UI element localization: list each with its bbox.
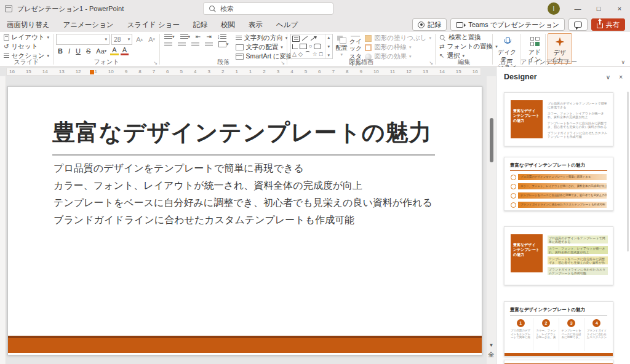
tab-review[interactable]: 校閲 xyxy=(214,17,242,32)
shape-outline-button[interactable]: 図形の枠線▾ xyxy=(363,43,433,52)
strikethrough-button[interactable]: S xyxy=(84,47,92,55)
arc-shape-icon[interactable] xyxy=(305,51,311,57)
arrow-shape-icon[interactable] xyxy=(311,36,316,41)
maximize-button[interactable]: □ xyxy=(588,0,609,17)
rectangle-shape-icon[interactable] xyxy=(300,44,307,49)
gallery-up-icon[interactable]: ▴ xyxy=(328,35,330,40)
underline-button[interactable]: U xyxy=(74,47,82,55)
tab-record[interactable]: 記録 xyxy=(186,17,214,32)
highlight-color-button[interactable]: A xyxy=(110,46,118,55)
bullets-button[interactable]: ▾ xyxy=(162,34,177,40)
numbering-button[interactable]: ▾ xyxy=(178,34,193,40)
panel-close-icon[interactable]: × xyxy=(619,74,623,81)
triangle-shape-icon[interactable]: △ xyxy=(292,52,297,57)
thumb-badge-icon xyxy=(511,193,516,199)
design-suggestion-5[interactable] xyxy=(504,360,613,364)
font-size-combo[interactable]: 28▾ xyxy=(111,34,132,45)
slide[interactable]: 豊富なデザインテンプレートの魅力 プロ品質のデザインをテンプレートで簡単に再現で… xyxy=(7,86,482,355)
body-line: プロ品質のデザインをテンプレートで簡単に再現できる xyxy=(54,163,463,173)
arrange-button[interactable]: 配置 ▾ xyxy=(335,33,348,58)
font-name-combo[interactable]: ▾ xyxy=(56,34,110,45)
caret-icon: ▾ xyxy=(188,34,191,39)
close-button[interactable]: × xyxy=(609,0,630,17)
decrease-indent-button[interactable]: ⇤ xyxy=(194,34,202,40)
collapse-ribbon-button[interactable]: ∨ xyxy=(621,59,625,65)
slide-title[interactable]: 豊富なデザインテンプレートの魅力 xyxy=(52,117,433,148)
tab-slideshow[interactable]: スライド ショー xyxy=(121,17,186,32)
italic-button[interactable]: I xyxy=(66,47,72,55)
scroll-down-button[interactable]: ▼ xyxy=(487,342,496,348)
design-suggestion-2[interactable]: 豊富なデザインテンプレートの魅力 プロ品質のデザインをテンプレートで簡単に再現で… xyxy=(504,157,613,211)
justify-icon xyxy=(205,42,213,47)
titlebar-right: I — □ × xyxy=(548,0,630,17)
body-line: ブランドガイドラインに合わせたカスタムテンプレートも作成可能 xyxy=(54,215,463,225)
diamond-shape-icon[interactable]: ◇ xyxy=(298,52,303,57)
tab-transitions[interactable]: 画面切り替え xyxy=(0,17,57,32)
textbox-shape-icon[interactable] xyxy=(292,36,300,42)
elbow-connector-icon[interactable] xyxy=(292,44,298,49)
panel-collapse-icon[interactable]: ∨ xyxy=(606,74,610,81)
tab-view[interactable]: 表示 xyxy=(242,17,269,32)
find-replace-button[interactable]: 検索と置換 xyxy=(437,33,490,42)
shape-fill-button[interactable]: 図形の塗りつぶし▾ xyxy=(363,34,433,42)
horizontal-ruler[interactable]: 1615141312111098765432112345678910111213… xyxy=(6,68,481,76)
star-shape-icon[interactable]: ☆ xyxy=(313,52,317,57)
ribbon-tab-row: 画面切り替え アニメーション スライド ショー 記録 校閲 表示 ヘルプ 記録 … xyxy=(0,17,630,32)
shape-gallery[interactable]: ○ △ ◇ ☆ □ ▴ ▾ ▾ xyxy=(290,34,333,59)
share-button[interactable]: 共有 xyxy=(591,18,625,31)
shape-grid: ○ △ ◇ ☆ □ xyxy=(291,34,325,58)
paragraph-dialog-launcher[interactable]: ↘ xyxy=(281,60,285,66)
body-line: カラー、フォント、レイアウトが統一され、資料全体の完成度が向上 xyxy=(54,180,463,191)
vertical-scrollbar[interactable]: ▼ 全 xyxy=(487,76,496,364)
align-center-button[interactable] xyxy=(176,42,188,47)
arrange-icon xyxy=(337,36,346,43)
panel-scrollbar-thumb[interactable] xyxy=(627,92,629,251)
increase-indent-button[interactable]: ⇥ xyxy=(204,34,213,40)
align-left-button[interactable] xyxy=(162,42,174,47)
design-suggestion-1[interactable]: 豊富なデザイ ンテンプレート の魅力 プロ品質のデザインをテンプレートで簡単に再… xyxy=(504,92,613,146)
tab-animations[interactable]: アニメーション xyxy=(57,17,121,32)
replace-fonts-button[interactable]: ⇄フォントの置換▾ xyxy=(437,42,490,51)
ruler-number: 16 xyxy=(9,69,15,74)
present-in-teams-button[interactable]: Teams でプレゼンテーション xyxy=(450,18,565,31)
font-color-button[interactable]: A xyxy=(121,46,129,55)
justify-button[interactable] xyxy=(203,42,215,47)
align-right-button[interactable] xyxy=(189,42,201,47)
shape-gallery-scroll[interactable]: ▴ ▾ ▾ xyxy=(325,34,332,58)
change-case-button[interactable]: Aa▾ xyxy=(94,47,108,55)
font-dialog-launcher[interactable]: ↘ xyxy=(153,60,158,66)
columns-button[interactable]: ▾ xyxy=(217,41,231,47)
gallery-down-icon[interactable]: ▾ xyxy=(328,44,330,49)
comments-button[interactable] xyxy=(568,18,588,31)
minimize-button[interactable]: — xyxy=(567,0,588,17)
indent-marker[interactable] xyxy=(90,70,94,74)
account-avatar[interactable]: I xyxy=(548,2,560,15)
increase-font-size-button[interactable]: A▴ xyxy=(134,36,145,43)
gallery-more-icon[interactable]: ▾ xyxy=(328,53,330,58)
scrollbar-thumb[interactable] xyxy=(490,118,493,162)
drawing-dialog-launcher[interactable]: ↘ xyxy=(429,60,433,66)
step-number-badge: 2 xyxy=(542,319,550,327)
layout-icon xyxy=(4,34,9,41)
line-shape-icon[interactable] xyxy=(302,36,308,41)
search-input[interactable]: 検索 xyxy=(203,2,333,15)
line-spacing-button[interactable]: ↕ xyxy=(215,34,228,40)
design-suggestion-4[interactable]: 豊富なデザインテンプレートの魅力 1プロ品質のデザインをテンプレートで簡単に再現… xyxy=(504,301,613,357)
rounded-rectangle-shape-icon[interactable] xyxy=(314,44,321,49)
design-suggestion-3[interactable]: 豊富なデザイ ンテンプレート の魅力 プロ品質のデザインをテンプレートで簡単に再… xyxy=(504,226,613,285)
quick-styles-button[interactable]: クイック スタイル xyxy=(349,33,362,58)
layout-button[interactable]: レイアウト▾ xyxy=(2,33,51,42)
decrease-font-size-button[interactable]: A▾ xyxy=(146,36,157,43)
ruler-number: 15 xyxy=(456,69,461,74)
group-label-voice: 音声 xyxy=(493,58,520,66)
reset-button[interactable]: ↺リセット xyxy=(2,42,51,51)
oval-shape-icon[interactable]: ○ xyxy=(309,44,312,49)
ruler-number: 7 xyxy=(332,69,335,74)
tab-help[interactable]: ヘルプ xyxy=(269,17,305,32)
square-shape-icon[interactable]: □ xyxy=(319,52,322,57)
bold-button[interactable]: B xyxy=(56,47,65,55)
replace-icon: ⇄ xyxy=(439,44,444,50)
next-slide-button[interactable]: 全 xyxy=(487,350,496,359)
slide-body-text[interactable]: プロ品質のデザインをテンプレートで簡単に再現できる カラー、フォント、レイアウト… xyxy=(54,163,463,232)
record-button[interactable]: 記録 xyxy=(412,18,447,31)
